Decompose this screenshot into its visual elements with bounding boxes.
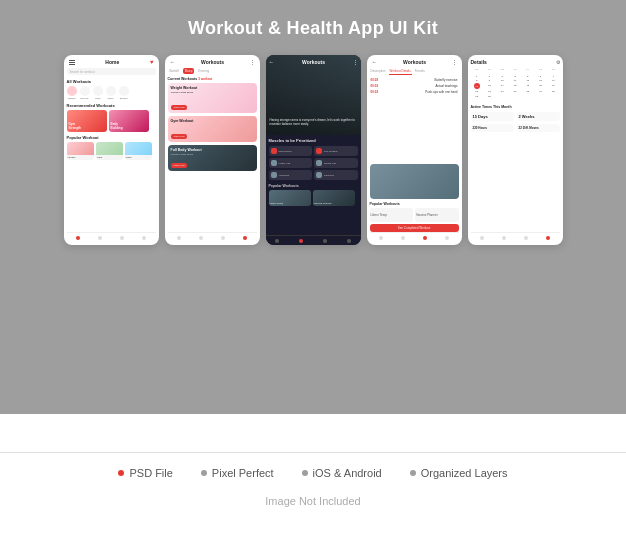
nav5-home[interactable] xyxy=(480,236,484,240)
cal-num-21[interactable]: 21 xyxy=(547,83,559,89)
cal-num-16[interactable]: 16 xyxy=(483,83,495,89)
nav4-active[interactable] xyxy=(423,236,427,240)
cal-num-11[interactable]: 11 xyxy=(509,79,521,83)
stat-hours-val: 220 Hours xyxy=(473,126,512,130)
phone4-pop-1[interactable]: Libero Temp xyxy=(370,208,414,222)
cal-num-5[interactable]: 5 xyxy=(522,74,534,78)
cal-num-29[interactable]: 29 xyxy=(471,94,483,98)
cat-yoga[interactable]: Yoga xyxy=(93,86,103,100)
dark-pop-1[interactable]: Libero Temp xyxy=(269,190,311,206)
nav-add[interactable] xyxy=(120,236,124,240)
feature-label-organized: Organized Layers xyxy=(421,467,508,479)
cal-num-23[interactable]: 23 xyxy=(483,90,495,94)
muscle-abdomen[interactable]: Abdomen xyxy=(269,170,313,180)
nav2-active[interactable] xyxy=(243,236,247,240)
pop-card-1[interactable]: Fitness xyxy=(67,142,94,160)
muscles-title: Muscles to be Prioritized xyxy=(269,138,358,143)
pop-card-2[interactable]: Yoga xyxy=(96,142,123,160)
rec-card-1[interactable]: GymStrength xyxy=(67,110,107,132)
cal-day-tu: Tu xyxy=(483,68,495,71)
phone4-pop-2[interactable]: Vaccine Planner xyxy=(415,208,459,222)
cal-num-28[interactable]: 28 xyxy=(547,90,559,94)
muscle-personal[interactable]: Personal xyxy=(314,170,358,180)
cal-num-6[interactable]: 6 xyxy=(534,74,546,78)
tab-barbell[interactable]: Barbell xyxy=(168,68,181,74)
cal-num-9[interactable]: 9 xyxy=(483,79,495,83)
start-btn-3[interactable]: Start Now xyxy=(171,163,188,168)
nav5-active[interactable] xyxy=(546,236,550,240)
workout-card-1[interactable]: Weight WorkoutTriceps Lunge Bicep Start … xyxy=(168,83,257,113)
start-btn-1[interactable]: Start Now xyxy=(171,105,188,110)
nav3-active[interactable] xyxy=(299,239,303,243)
cal-num-13[interactable]: 13 xyxy=(534,79,546,83)
see-completed-btn[interactable]: See Completed Workout xyxy=(370,224,459,232)
nav5-add[interactable] xyxy=(524,236,528,240)
cat-swim[interactable]: Swim xyxy=(106,86,116,100)
muscle-upper-leg[interactable]: Upper Leg xyxy=(269,158,313,168)
cal-day-sa: Sa xyxy=(534,68,546,71)
cal-num-8[interactable]: 8 xyxy=(471,79,483,83)
start-btn-2[interactable]: Start Now xyxy=(171,134,188,139)
muscle-whole-body[interactable]: Whole Body xyxy=(269,146,313,156)
rec-card-2[interactable]: BodyBuilding xyxy=(109,110,149,132)
cat-bicycle[interactable]: Bicycle xyxy=(80,86,90,100)
cal-num-26[interactable]: 26 xyxy=(522,90,534,94)
tab-workout-details[interactable]: Workout Details xyxy=(389,68,412,75)
nav3-profile[interactable] xyxy=(347,239,351,243)
nav-home[interactable] xyxy=(76,236,80,240)
cal-num-7[interactable]: 7 xyxy=(547,74,559,78)
nav4-search[interactable] xyxy=(401,236,405,240)
cal-num-15[interactable]: 15 xyxy=(474,83,480,89)
cal-num-25[interactable]: 25 xyxy=(509,90,521,94)
phone1-search[interactable]: Search for workout xyxy=(67,68,156,75)
nav2-home[interactable] xyxy=(177,236,181,240)
dark-pop-2[interactable]: Vaccine Planner xyxy=(313,190,355,206)
phone-calendar-screen: Details ⚙ Mo Tu We Th Fr Sa Su 1 2 xyxy=(468,55,563,245)
nav4-profile[interactable] xyxy=(445,236,449,240)
nav-search[interactable] xyxy=(98,236,102,240)
cal-num-22[interactable]: 22 xyxy=(471,90,483,94)
search-placeholder: Search for workout xyxy=(70,70,95,74)
nav3-add[interactable] xyxy=(323,239,327,243)
tab-friends[interactable]: Friends xyxy=(414,68,426,75)
cal-num-27[interactable]: 27 xyxy=(534,90,546,94)
cal-num-4[interactable]: 4 xyxy=(509,74,521,78)
pop-text-2: Yoga xyxy=(96,155,123,160)
settings-icon[interactable]: ⚙ xyxy=(556,59,560,65)
cal-num-10[interactable]: 10 xyxy=(496,79,508,83)
stat-weeks: 2 Weeks xyxy=(517,112,560,121)
cal-num-17[interactable]: 17 xyxy=(496,83,508,89)
tab-description[interactable]: Description xyxy=(370,68,387,75)
cal-num-1[interactable]: 1 xyxy=(471,74,483,78)
workout-card-2[interactable]: Gym Workout Start Now xyxy=(168,116,257,142)
cat-weight[interactable]: Weight xyxy=(67,86,77,100)
cal-num-3[interactable]: 3 xyxy=(496,74,508,78)
cal-num-20[interactable]: 20 xyxy=(534,83,546,89)
nav2-add[interactable] xyxy=(221,236,225,240)
tab-evening[interactable]: Evening xyxy=(196,68,211,74)
muscle-full-routine[interactable]: Full Routine xyxy=(314,146,358,156)
cal-num-12[interactable]: 12 xyxy=(522,79,534,83)
cal-num-18[interactable]: 18 xyxy=(509,83,521,89)
cal-num-2[interactable]: 2 xyxy=(483,74,495,78)
cal-num-24[interactable]: 24 xyxy=(496,90,508,94)
cal-num-30[interactable]: 30 xyxy=(483,94,495,98)
tab-bicep[interactable]: Bicep xyxy=(183,68,195,74)
workout-card-3[interactable]: Full Body WorkoutTriceps Lunge Bicep Sta… xyxy=(168,145,257,171)
cat-boxing[interactable]: Boxing xyxy=(119,86,129,100)
stat-weeks-val: 2 Weeks xyxy=(519,114,558,119)
phone2-tabs: Barbell Bicep Evening xyxy=(168,68,257,74)
nav5-search[interactable] xyxy=(502,236,506,240)
cat-label-boxing: Boxing xyxy=(120,97,128,100)
nav2-search[interactable] xyxy=(199,236,203,240)
phone1-title: Home xyxy=(105,59,119,65)
muscle-whole-leg[interactable]: Whole Leg xyxy=(314,158,358,168)
muscle-icon-2 xyxy=(316,148,322,154)
nav4-home[interactable] xyxy=(379,236,383,240)
cal-num-19[interactable]: 19 xyxy=(522,83,534,89)
nav3-home[interactable] xyxy=(275,239,279,243)
nav-profile[interactable] xyxy=(142,236,146,240)
pop-card-3[interactable]: Swim xyxy=(125,142,152,160)
cal-num-14[interactable]: 14 xyxy=(547,79,559,83)
wc-label-3: Full Body WorkoutTriceps Lunge Bicep xyxy=(171,148,254,156)
